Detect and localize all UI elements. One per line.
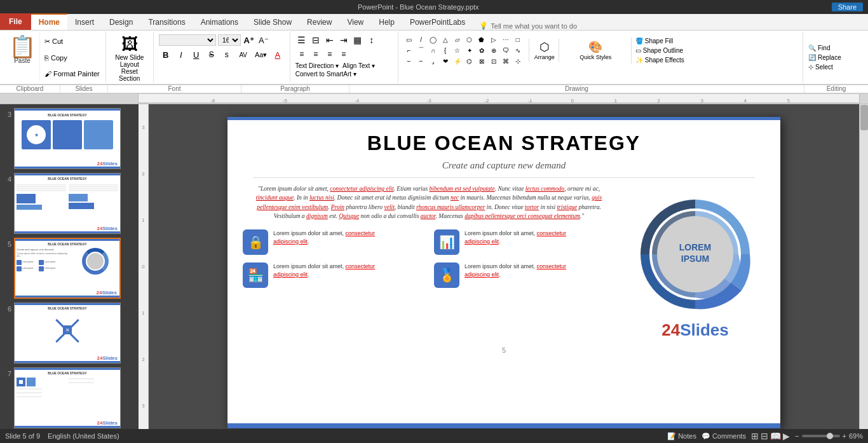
share-button[interactable]: Share [832, 3, 863, 11]
slide-image-5[interactable]: BLUE OCEAN STRATEGY Create and capture n… [14, 238, 121, 299]
slide-image-7[interactable]: BLUE OCEAN STRATEGY [14, 367, 121, 428]
tab-help[interactable]: Help [371, 14, 402, 30]
slide-subtitle[interactable]: Create and capture new demand [227, 160, 780, 177]
donut-chart: LOREM IPSUM [632, 191, 759, 318]
shadow-button[interactable]: s [220, 48, 234, 61]
arrange-button[interactable]: ⬡ Arrange [533, 39, 556, 62]
page-number: 5 [227, 346, 780, 358]
copy-button[interactable]: ⎘ Copy [43, 53, 102, 62]
file-tab[interactable]: File [0, 13, 31, 30]
zoom-out-button[interactable]: − [795, 432, 799, 440]
icon-item-3[interactable]: 🏪 Lorem ipsum dolor sit amet, consectetu… [243, 262, 424, 288]
font-size-select[interactable]: 16 [218, 34, 241, 46]
title-bar: PowerPoint - Blue Ocean Strategy.pptx Sh… [0, 0, 868, 14]
convert-smartart-button[interactable]: Convert to SmartArt ▾ [295, 71, 393, 78]
zoom-level: 69% [849, 432, 863, 440]
slide-body-text[interactable]: "Lorem ipsum dolor sit amet, consectetur… [243, 184, 615, 221]
section-button[interactable]: Section [119, 75, 140, 82]
italic-button[interactable]: I [174, 48, 188, 61]
shape-effects-button[interactable]: ✨ Shape Effects [635, 57, 704, 64]
find-button[interactable]: 🔍 Find [808, 44, 862, 51]
slide-image-6[interactable]: BLUE OCEAN STRATEGY ✕ 24Slides [14, 303, 121, 364]
tab-view[interactable]: View [339, 14, 371, 30]
align-left-button[interactable]: ≡ [295, 48, 308, 60]
notes-button[interactable]: 📝 Notes [667, 432, 696, 440]
editing-label: Editing [804, 85, 868, 93]
slide-canvas[interactable]: BLUE OCEAN STRATEGY Create and capture n… [227, 117, 780, 428]
icon-text-2: Lorem ipsum dolor sit amet, consectetur … [465, 229, 566, 245]
tell-me-input[interactable]: 💡 Tell me what you want to do [479, 22, 577, 30]
tab-pptalabs[interactable]: PowerPointLabs [402, 14, 473, 30]
notes-icon: 📝 [667, 432, 676, 440]
icon-text-4: Lorem ipsum dolor sit amet, consectetur … [465, 262, 566, 278]
char-spacing-button[interactable]: AV [235, 48, 252, 61]
reading-view-button[interactable]: 📖 [770, 431, 781, 441]
align-right-button[interactable]: ≡ [323, 48, 336, 60]
text-direction-button[interactable]: Text Direction ▾ [295, 62, 339, 69]
icon-item-4[interactable]: 🏅 Lorem ipsum dolor sit amet, consectetu… [434, 262, 615, 288]
tab-animations[interactable]: Animations [193, 14, 246, 30]
slide-thumb-3[interactable]: 3 BLUE OCEAN STRATEGY ★ 24Slides [3, 108, 136, 169]
format-painter-button[interactable]: 🖌 Format Painter [43, 69, 102, 78]
shape-outline-button[interactable]: ▭ Shape Outline [635, 47, 704, 54]
quick-styles-button[interactable]: 🎨 Quick Styles [563, 39, 628, 62]
select-button[interactable]: ⊹ Select [808, 64, 862, 71]
justify-button[interactable]: ≡ [337, 48, 350, 60]
icon-item-2[interactable]: 📊 Lorem ipsum dolor sit amet, consectetu… [434, 229, 615, 255]
cut-button[interactable]: ✂ Cut [43, 37, 102, 46]
icon-box-1: 🔒 [243, 229, 268, 255]
branding-24slides: 24Slides [661, 320, 729, 340]
scrollbar-thumb[interactable] [860, 105, 868, 130]
slide-image-3[interactable]: BLUE OCEAN STRATEGY ★ 24Slides [14, 108, 121, 169]
increase-indent-button[interactable]: ⇥ [337, 34, 350, 46]
slide-title[interactable]: BLUE OCEAN STRATEGY [227, 120, 780, 160]
font-group: 16 A⁺ A⁻ B I U S s AV Aa▾ A [154, 32, 290, 83]
slide-thumb-5[interactable]: 5 BLUE OCEAN STRATEGY Create and capture… [3, 238, 136, 299]
status-right: 📝 Notes 💬 Comments ⊞ ⊟ 📖 ▶ − + 69% [667, 431, 863, 441]
shape-fill-button[interactable]: 🪣 Shape Fill [635, 37, 704, 44]
decrease-indent-button[interactable]: ⇤ [323, 34, 336, 46]
bullets-button[interactable]: ☰ [295, 34, 308, 46]
slideshow-view-button[interactable]: ▶ [783, 431, 790, 441]
align-center-button[interactable]: ≡ [309, 48, 322, 60]
increase-font-button[interactable]: A⁺ [243, 34, 255, 46]
underline-button[interactable]: U [189, 48, 203, 61]
line-spacing-button[interactable]: ↕ [365, 34, 378, 46]
bold-button[interactable]: B [159, 48, 173, 61]
tab-design[interactable]: Design [102, 14, 140, 30]
strikethrough-button[interactable]: S [205, 48, 219, 61]
icon-item-1[interactable]: 🔒 Lorem ipsum dolor sit amet, consectetu… [243, 229, 424, 255]
layout-button[interactable]: Layout [120, 61, 139, 68]
slide-image-4[interactable]: BLUE OCEAN STRATEGY [14, 173, 121, 234]
effects-icon: ✨ [635, 57, 643, 64]
paste-button[interactable]: 📋 Paste [5, 33, 40, 81]
tab-transitions[interactable]: Transitions [140, 14, 193, 30]
svg-text:LOREM: LOREM [679, 242, 712, 252]
columns-button[interactable]: ▦ [351, 34, 364, 46]
slide-thumb-6[interactable]: 6 BLUE OCEAN STRATEGY ✕ 24Slides [3, 303, 136, 364]
icon-box-4: 🏅 [434, 262, 459, 288]
zoom-slider[interactable] [802, 435, 840, 437]
numbered-list-button[interactable]: ⊟ [309, 34, 322, 46]
icon-text-1: Lorem ipsum dolor sit amet, consectetur … [273, 229, 375, 245]
reset-button[interactable]: Reset [121, 68, 138, 75]
slide-thumb-7[interactable]: 7 BLUE OCEAN STRATEGY [3, 367, 136, 428]
tab-review[interactable]: Review [299, 14, 339, 30]
tab-slideshow[interactable]: Slide Show [246, 14, 299, 30]
change-case-button[interactable]: Aa▾ [253, 48, 269, 61]
normal-view-button[interactable]: ⊞ [751, 431, 759, 441]
tab-insert[interactable]: Insert [67, 14, 102, 30]
vertical-scrollbar[interactable] [859, 104, 868, 429]
tab-home[interactable]: Home [31, 13, 67, 30]
slide-sorter-button[interactable]: ⊟ [761, 431, 768, 441]
comments-button[interactable]: 💬 Comments [702, 432, 746, 440]
slide-thumb-4[interactable]: 4 BLUE OCEAN STRATEGY [3, 173, 136, 234]
font-color-button[interactable]: A [271, 48, 285, 61]
new-slide-button[interactable]: 🖼 New Slide [115, 34, 144, 61]
replace-button[interactable]: 🔄 Replace [808, 54, 862, 61]
decrease-font-button[interactable]: A⁻ [257, 34, 270, 46]
align-text-button[interactable]: Align Text ▾ [342, 62, 375, 69]
font-name-select[interactable] [159, 34, 216, 46]
slide-panel-ruler-corner [0, 94, 139, 104]
zoom-in-button[interactable]: + [843, 432, 846, 440]
